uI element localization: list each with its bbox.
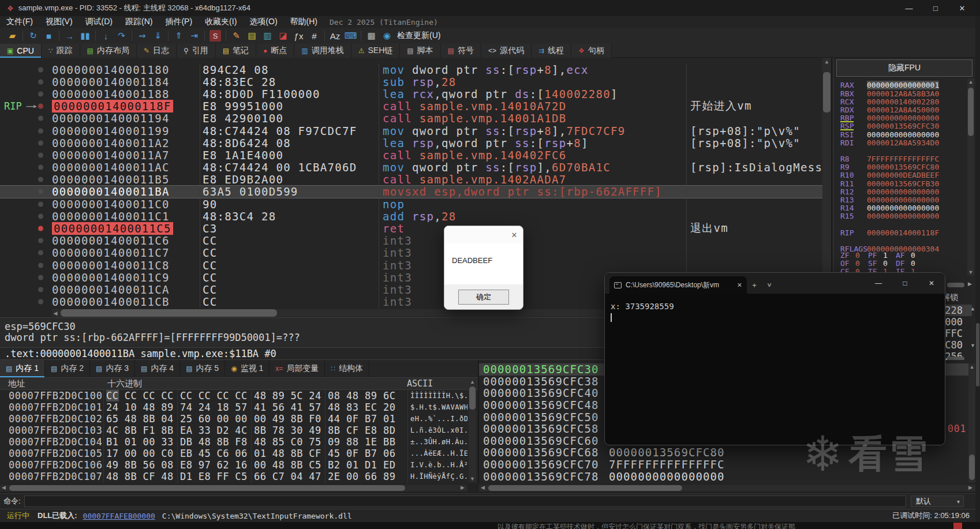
- disasm-row[interactable]: 000000014000118848:8D0D F1100000lea rcx,…: [0, 88, 822, 100]
- command-profile-dropdown[interactable]: 默认 ▾: [911, 496, 964, 507]
- tab-线程[interactable]: ⇉线程: [532, 44, 571, 58]
- dump-tab-内存 1[interactable]: ▤内存 1: [0, 360, 45, 377]
- menu-item-3[interactable]: 调试(D): [79, 16, 119, 28]
- register-value[interactable]: 0000000000000000: [867, 187, 939, 196]
- breakpoint-dot[interactable]: [38, 140, 43, 145]
- register-row[interactable]: R130000000000000000: [833, 196, 939, 204]
- breakpoint-dot[interactable]: [38, 67, 43, 72]
- scroll-left-icon[interactable]: ◀: [481, 485, 485, 490]
- dump-tab-监视 1[interactable]: ◉监视 1: [225, 360, 270, 377]
- register-row[interactable]: R120000000000000000: [833, 187, 939, 196]
- register-value[interactable]: 0000000000000000: [867, 204, 939, 212]
- disasm-row[interactable]: 00000001400011A7E8 1A1E4000call sample.v…: [0, 149, 822, 161]
- register-row[interactable]: RSP00000013569CFC30: [833, 122, 939, 130]
- register-value[interactable]: 0000012A8A5934D0: [867, 138, 939, 147]
- scrollbar-thumb[interactable]: [488, 485, 682, 491]
- breakpoint-dot[interactable]: [38, 128, 43, 133]
- tab-脚本[interactable]: ▤脚本: [400, 44, 440, 58]
- flags-row[interactable]: OF0SF0DF0: [833, 259, 923, 267]
- run-icon[interactable]: →: [62, 29, 77, 43]
- disasm-row[interactable]: RIP→000000014000118FE8 99951000call samp…: [0, 100, 822, 112]
- flags-row[interactable]: ZF0PF1AF0: [833, 251, 923, 259]
- breakpoint-dot[interactable]: [38, 275, 43, 280]
- tab-断点[interactable]: ●断点: [256, 44, 294, 58]
- terminal-tab[interactable]: C:\Users\90965\Desktop\新vm ✕: [609, 276, 747, 294]
- minimize-button[interactable]: —: [896, 0, 922, 16]
- breakpoint-dot[interactable]: [38, 287, 43, 292]
- breakpoint-dot[interactable]: [38, 116, 43, 121]
- tab-close-icon[interactable]: ✕: [737, 282, 742, 289]
- pause-icon[interactable]: ▮▮: [77, 29, 93, 43]
- restart-icon[interactable]: ↻: [25, 29, 41, 43]
- terminal-close-button[interactable]: ✕: [918, 273, 945, 294]
- disasm-row[interactable]: 00000001400011C5C3ret退出vm: [0, 222, 822, 234]
- step-over-icon[interactable]: ↷: [114, 29, 129, 43]
- ok-button[interactable]: 确定: [458, 290, 509, 305]
- breakpoint-dot[interactable]: [38, 104, 43, 109]
- dump-tab-内存 2[interactable]: ▤内存 2: [45, 360, 90, 377]
- terminal-content[interactable]: x: 3735928559: [605, 294, 945, 322]
- disasm-row[interactable]: 0000000140001194E8 42900100call sample.v…: [0, 112, 822, 125]
- breakpoint-dot[interactable]: [38, 165, 43, 170]
- register-value[interactable]: 000000014000118F: [867, 228, 939, 237]
- dump-tab-局部变量[interactable]: x=局部变量: [270, 360, 325, 377]
- open-file-icon[interactable]: ▰: [5, 29, 20, 43]
- register-row[interactable]: R150000000000000000: [833, 212, 939, 220]
- disasm-row[interactable]: 00000001400011B5E8 ED9B2A00call sample.v…: [0, 174, 822, 186]
- scrollbar-thumb[interactable]: [61, 309, 277, 317]
- maximize-button[interactable]: □: [922, 0, 949, 16]
- dump-tab-内存 4[interactable]: ▤内存 4: [135, 360, 180, 377]
- scroll-up-icon[interactable]: ▲: [822, 59, 831, 65]
- scroll-down-icon[interactable]: ▼: [469, 476, 476, 482]
- register-value[interactable]: 0000000000000000: [867, 196, 939, 204]
- register-value[interactable]: 7FFFFFFFFFFFFFFC: [867, 155, 939, 163]
- scrollbar-thumb[interactable]: [968, 88, 974, 136]
- register-value[interactable]: 0000012A8A58B3A0: [867, 89, 939, 98]
- disasm-row[interactable]: 0000000140001180894C24 08mov dword ptr s…: [0, 63, 822, 76]
- stop-icon[interactable]: ■: [41, 29, 57, 43]
- breakpoint-dot[interactable]: [38, 91, 43, 96]
- tab-源代码[interactable]: <>源代码: [481, 44, 532, 58]
- register-value[interactable]: 0000012A8A450000: [867, 106, 939, 114]
- dump-row[interactable]: 00007FFB2D0C106498B5608E897621600488BC5B…: [0, 459, 467, 471]
- function-icon[interactable]: ƒx: [291, 29, 306, 43]
- breakpoint-dot[interactable]: [38, 79, 43, 84]
- scroll-up-icon[interactable]: ▲: [469, 379, 476, 385]
- register-value[interactable]: 0000000000000001: [867, 81, 939, 89]
- scrollbar-thumb[interactable]: [469, 387, 476, 410]
- breakpoint-dot[interactable]: [38, 226, 43, 231]
- menu-item-4[interactable]: 跟踪(N): [119, 16, 159, 28]
- browser-scrollbar-thumb[interactable]: [976, 323, 979, 387]
- dump-row[interactable]: 00007FFB2D0C10265488B042560000000498BF04…: [0, 413, 467, 425]
- register-value[interactable]: 00000013569CFC80: [867, 163, 939, 171]
- menu-item-8[interactable]: 帮助(H): [284, 16, 324, 28]
- command-input[interactable]: [24, 496, 906, 507]
- disasm-row[interactable]: 00000001400011C148:83C4 28add rsp,28: [0, 210, 822, 222]
- register-row[interactable]: RBX0000012A8A58B3A0: [833, 89, 939, 97]
- menu-item-7[interactable]: 选项(O): [243, 16, 283, 28]
- scroll-up-icon[interactable]: ▲: [970, 306, 975, 312]
- breakpoint-dot[interactable]: [38, 213, 43, 219]
- register-value[interactable]: 0000000140002280: [867, 97, 939, 106]
- scrollbar-thumb[interactable]: [9, 485, 405, 491]
- tab-跟踪[interactable]: ∵跟踪: [42, 44, 80, 58]
- comment-icon[interactable]: ▤: [244, 29, 260, 43]
- stack-row[interactable]: 00000013569CFC6800000013569CFC80: [479, 447, 975, 459]
- registers-scrollbar[interactable]: ▲ ▼: [967, 78, 974, 276]
- tab-笔记[interactable]: ▤笔记: [216, 44, 256, 58]
- hide-fpu-button[interactable]: 隐藏FPU: [836, 59, 972, 77]
- menu-item-5[interactable]: 插件(P): [159, 16, 199, 28]
- register-row[interactable]: R1000000000DEADBEEF: [833, 171, 939, 179]
- scroll-left-icon[interactable]: ◀: [52, 310, 59, 316]
- dump-row[interactable]: 00007FFB2D0C107488BCF48D1E8FFC566C704472…: [0, 471, 467, 482]
- step-out-icon[interactable]: ⇓: [150, 29, 166, 43]
- register-row[interactable]: R140000000000000000: [833, 204, 939, 212]
- disasm-row[interactable]: 00000001400011C6CCint3: [0, 235, 822, 247]
- menu-item-1[interactable]: 文件(F): [0, 16, 39, 28]
- dump-row[interactable]: 00007FFB2D0C1034C8BF18BEA33D24C8B7830498…: [0, 425, 467, 436]
- breakpoint-dot[interactable]: [38, 189, 43, 194]
- new-tab-button[interactable]: +: [747, 276, 762, 294]
- scroll-up-icon[interactable]: ▲: [967, 79, 974, 85]
- run-to-user-icon[interactable]: ⇑: [171, 29, 186, 43]
- dump-vertical-scrollbar[interactable]: ▲ ▼: [469, 378, 476, 482]
